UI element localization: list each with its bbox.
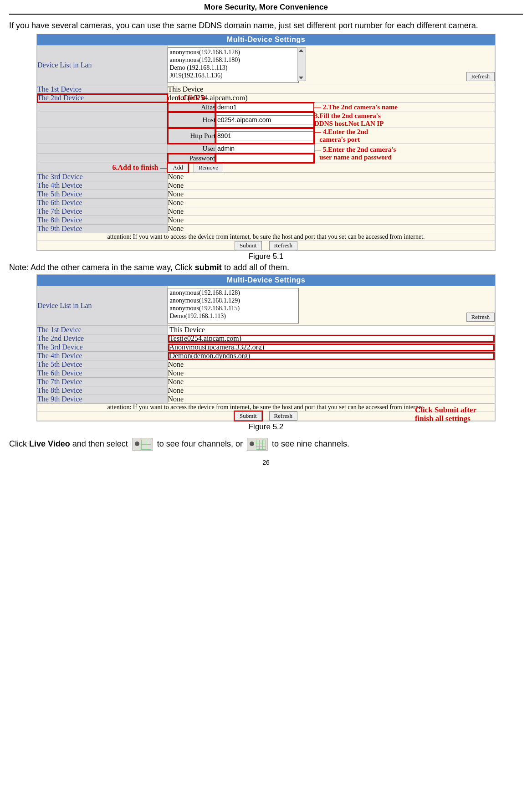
four-channel-icon[interactable]: [132, 438, 153, 451]
figure-5-1-caption: Figure 5.1: [9, 252, 523, 261]
final-instruction: Click Live Video and then select to see …: [9, 438, 523, 451]
ann-2: 2.The 2nd camera's name: [323, 103, 398, 111]
dev3-label[interactable]: The 3rd Device: [37, 173, 168, 181]
user-value[interactable]: [215, 144, 314, 154]
host-input[interactable]: [216, 115, 315, 124]
dev8-label[interactable]: The 8th Device: [37, 216, 168, 225]
panel1-table: Device List in Lan anonymous(192.168.1.1…: [37, 45, 495, 251]
list-item[interactable]: anonymous(192.168.1.129): [169, 297, 297, 305]
list-item[interactable]: Demo(192.168.1.113): [169, 313, 297, 320]
dev4-label[interactable]: The 4th Device: [37, 181, 168, 190]
panel2-title: Multi-Device Settings: [37, 275, 495, 286]
alias-value[interactable]: [215, 103, 314, 112]
list-item[interactable]: J019(192.168.1.136): [169, 72, 297, 80]
dev2-label[interactable]: The 2nd Device: [37, 334, 168, 343]
ann-4a: 4.Enter the 2nd: [323, 128, 368, 135]
page-header: More Security, More Convenience: [9, 0, 523, 15]
remove-button[interactable]: Remove: [194, 163, 223, 172]
port-label: Http Port: [168, 128, 216, 144]
pw-value[interactable]: [215, 154, 314, 163]
dev5-value: None: [168, 190, 495, 199]
submit-button[interactable]: Submit: [235, 411, 262, 421]
refresh-button[interactable]: Refresh: [466, 313, 495, 322]
list-item[interactable]: anonymous(192.168.1.115): [169, 305, 297, 313]
figure-5-2-caption: Figure 5.2: [9, 422, 523, 431]
dev8-label[interactable]: The 8th Device: [37, 386, 168, 395]
alias-input[interactable]: [216, 103, 315, 112]
panel-multidevice-2: Multi-Device Settings Device List in Lan…: [36, 274, 496, 421]
dev9-label[interactable]: The 9th Device: [37, 225, 168, 233]
list-item[interactable]: Demo (192.168.1.113): [169, 64, 297, 72]
nine-channel-icon[interactable]: [247, 438, 268, 451]
dev2-value: Test(e0254.aipcam.com): [168, 334, 495, 343]
refresh-button-bottom[interactable]: Refresh: [269, 241, 297, 250]
dev6-label[interactable]: The 6th Device: [37, 199, 168, 207]
submit-button[interactable]: Submit: [235, 241, 262, 250]
refresh-button-bottom[interactable]: Refresh: [269, 411, 297, 421]
pw-label: Password: [168, 154, 216, 163]
dev8-value: None: [168, 216, 495, 225]
dev8-value: None: [168, 386, 495, 395]
device-list-label: Device List in Lan: [37, 286, 168, 326]
dev7-label[interactable]: The 7th Device: [37, 378, 168, 386]
listbox-scrollbar[interactable]: [297, 47, 306, 81]
list-item[interactable]: anonymous(192.168.1.128): [169, 289, 297, 297]
ann-6: 6.Add to finish: [113, 164, 159, 171]
dev4-value: None: [168, 181, 495, 190]
host-value[interactable]: [215, 112, 314, 128]
ann-5a: 5.Enter the 2nd camera's: [323, 146, 396, 153]
dev3-value: Anonymous(ipcamera.3322.org): [168, 343, 495, 352]
ann-5b: user name and password: [319, 154, 392, 161]
ann-3a: 3.Fill the 2nd camera's: [314, 112, 381, 119]
dev1-value: This Device: [168, 326, 495, 334]
device-list-label: Device List in Lan: [37, 46, 168, 85]
ann-click-submit: Click Submit afterfinish all settings: [415, 406, 476, 423]
panel2-table: Device List in Lan anonymous(192.168.1.1…: [37, 286, 495, 421]
dev3-value: None: [168, 173, 495, 181]
port-input[interactable]: [216, 131, 315, 140]
alias-label: Alias: [168, 103, 216, 112]
dev7-value: None: [168, 207, 495, 216]
device-listbox[interactable]: anonymous(192.168.1.128) anonymous(192.1…: [168, 288, 299, 324]
dev5-label[interactable]: The 5th Device: [37, 190, 168, 199]
dev6-label[interactable]: The 6th Device: [37, 369, 168, 378]
dev4-label[interactable]: The 4th Device: [37, 352, 168, 360]
device-listbox[interactable]: anonymous(192.168.1.128) anonymous(192.1…: [168, 47, 299, 83]
attention-text: attention: If you want to access the dev…: [37, 233, 495, 241]
page-number: 26: [9, 459, 523, 466]
add-button[interactable]: Add: [168, 163, 188, 172]
list-item[interactable]: anonymous(192.168.1.180): [169, 56, 297, 64]
pw-input[interactable]: [216, 154, 315, 163]
host-label: Host: [168, 112, 216, 128]
dev9-label[interactable]: The 9th Device: [37, 395, 168, 404]
dev2-label[interactable]: The 2nd Device1.Click it: [37, 94, 168, 103]
list-item[interactable]: anonymous(192.168.1.128): [169, 49, 297, 56]
dev9-value: None: [168, 395, 495, 404]
note-text: Note: Add the other camera in the same w…: [9, 263, 523, 272]
ann-4b: camera's port: [319, 136, 360, 143]
dev7-value: None: [168, 378, 495, 386]
dev1-label: The 1st Device: [37, 326, 168, 334]
dev1-label: The 1st Device: [37, 85, 168, 94]
dev1-value: This Device: [168, 85, 495, 94]
user-label: User: [168, 144, 216, 154]
dev9-value: None: [168, 225, 495, 233]
dev5-value: None: [168, 360, 495, 369]
port-value[interactable]: [215, 128, 314, 144]
dev2-value: demo1(e0254.aipcam.com): [168, 94, 495, 103]
user-input[interactable]: [216, 144, 315, 153]
ann-3b: DDNS host.Not LAN IP: [314, 120, 384, 127]
dev6-value: None: [168, 369, 495, 378]
dev6-value: None: [168, 199, 495, 207]
intro-text: If you have several cameras, you can use…: [9, 20, 523, 31]
dev3-label[interactable]: The 3rd Device: [37, 343, 168, 352]
panel1-title: Multi-Device Settings: [37, 34, 495, 45]
dev4-value: Demon(demon.dyndns.org): [168, 352, 495, 360]
refresh-button[interactable]: Refresh: [466, 72, 495, 81]
panel-multidevice-1: Multi-Device Settings Device List in Lan…: [36, 34, 496, 251]
dev5-label[interactable]: The 5th Device: [37, 360, 168, 369]
dev7-label[interactable]: The 7th Device: [37, 207, 168, 216]
